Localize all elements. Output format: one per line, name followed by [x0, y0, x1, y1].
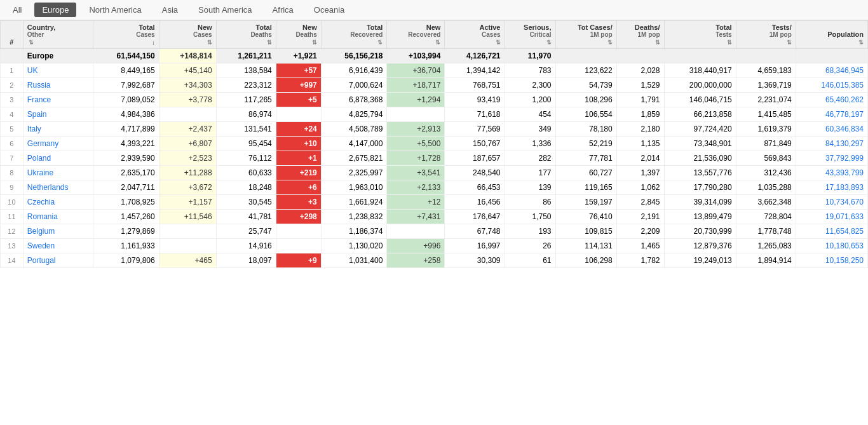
row-num: 9	[1, 180, 24, 195]
table-row: 10 Czechia 1,708,925 +1,157 30,545 +3 1,…	[1, 195, 868, 210]
row-population[interactable]: 46,778,197	[796, 107, 867, 122]
table-row: 7 Poland 2,939,590 +2,523 76,112 +1 2,67…	[1, 151, 868, 166]
col-population[interactable]: Population ⇅	[796, 21, 867, 49]
new-cases-cell	[159, 107, 216, 122]
row-total-recovered: 4,508,789	[321, 122, 387, 137]
col-total-cases[interactable]: Total Cases ↓	[93, 21, 159, 49]
row-population[interactable]: 37,792,999	[796, 151, 867, 166]
new-recovered-cell: +2,913	[387, 122, 445, 137]
row-tot-cases-1m: 106,298	[555, 253, 616, 268]
tab-oceania[interactable]: Oceania	[306, 3, 352, 17]
new-recovered-cell: +5,500	[387, 137, 445, 151]
tab-south-america[interactable]: South America	[191, 3, 260, 17]
row-population[interactable]: 43,393,799	[796, 166, 867, 180]
row-population[interactable]: 84,130,297	[796, 137, 867, 151]
row-country[interactable]: Belgium	[23, 224, 93, 239]
row-total-cases: 2,635,170	[93, 166, 159, 180]
row-num: 8	[1, 166, 24, 180]
tab-europe[interactable]: Europe	[34, 3, 76, 17]
col-new-cases[interactable]: New Cases ⇅	[159, 21, 216, 49]
row-country[interactable]: Spain	[23, 107, 93, 122]
row-country[interactable]: Netherlands	[23, 180, 93, 195]
row-deaths-1m: 2,191	[616, 210, 664, 224]
new-cases-cell: +11,546	[159, 210, 216, 224]
row-country[interactable]: Germany	[23, 137, 93, 151]
new-deaths-cell: +57	[276, 64, 321, 78]
row-serious-critical: 1,200	[505, 93, 555, 107]
row-population[interactable]: 11,654,825	[796, 224, 867, 239]
row-active-cases: 187,657	[445, 151, 505, 166]
col-new-recovered[interactable]: New Recovered ⇅	[387, 21, 445, 49]
region-tot-cases-1m	[555, 49, 616, 64]
row-total-tests: 12,879,376	[664, 239, 736, 253]
col-active-cases[interactable]: Active Cases ⇅	[445, 21, 505, 49]
row-active-cases: 67,748	[445, 224, 505, 239]
col-tests-1m[interactable]: Tests/ 1M pop ⇅	[736, 21, 796, 49]
row-active-cases: 30,309	[445, 253, 505, 268]
tab-africa[interactable]: Africa	[265, 3, 301, 17]
row-total-tests: 146,046,715	[664, 93, 736, 107]
sort-icon-new-cases: ⇅	[207, 39, 212, 46]
row-country[interactable]: Sweden	[23, 239, 93, 253]
row-country[interactable]: UK	[23, 64, 93, 78]
col-serious-critical[interactable]: Serious, Critical ⇅	[505, 21, 555, 49]
row-deaths-1m: 1,465	[616, 239, 664, 253]
col-total-deaths[interactable]: Total Deaths ⇅	[216, 21, 276, 49]
row-deaths-1m: 2,180	[616, 122, 664, 137]
row-total-deaths: 18,097	[216, 253, 276, 268]
tab-asia[interactable]: Asia	[154, 3, 186, 17]
row-population[interactable]: 10,734,670	[796, 195, 867, 210]
row-country[interactable]: France	[23, 93, 93, 107]
row-serious-critical: 2,300	[505, 78, 555, 93]
row-deaths-1m: 1,135	[616, 137, 664, 151]
covid-table: # Country, Other ⇅ Total Cases ↓ New Cas…	[0, 20, 868, 268]
row-country[interactable]: Romania	[23, 210, 93, 224]
row-tests-1m: 728,804	[736, 210, 796, 224]
row-country[interactable]: Ukraine	[23, 166, 93, 180]
row-population[interactable]: 68,346,945	[796, 64, 867, 78]
region-population	[796, 49, 867, 64]
row-population[interactable]: 60,346,834	[796, 122, 867, 137]
new-deaths-cell	[276, 224, 321, 239]
new-cases-cell: +3,672	[159, 180, 216, 195]
row-total-deaths: 14,916	[216, 239, 276, 253]
col-total-tests[interactable]: Total Tests ⇅	[664, 21, 736, 49]
row-country[interactable]: Italy	[23, 122, 93, 137]
new-deaths-cell: +5	[276, 93, 321, 107]
col-new-deaths[interactable]: New Deaths ⇅	[276, 21, 321, 49]
row-deaths-1m: 1,397	[616, 166, 664, 180]
row-total-cases: 2,047,711	[93, 180, 159, 195]
row-population[interactable]: 146,015,385	[796, 78, 867, 93]
row-active-cases: 1,394,142	[445, 64, 505, 78]
row-population[interactable]: 10,180,653	[796, 239, 867, 253]
tab-all[interactable]: All	[5, 3, 29, 17]
sort-icon-active-cases: ⇅	[496, 39, 501, 46]
row-num: 5	[1, 122, 24, 137]
sort-icon-country: ⇅	[29, 39, 34, 46]
row-population[interactable]: 65,460,262	[796, 93, 867, 107]
row-country[interactable]: Russia	[23, 78, 93, 93]
new-deaths-cell	[276, 239, 321, 253]
row-population[interactable]: 19,071,633	[796, 210, 867, 224]
col-total-recovered[interactable]: Total Recovered ⇅	[321, 21, 387, 49]
row-total-recovered: 4,147,000	[321, 137, 387, 151]
row-num: 11	[1, 210, 24, 224]
row-population[interactable]: 17,183,893	[796, 180, 867, 195]
row-tot-cases-1m: 77,781	[555, 151, 616, 166]
row-country[interactable]: Portugal	[23, 253, 93, 268]
row-num: 3	[1, 93, 24, 107]
row-country[interactable]: Poland	[23, 151, 93, 166]
sort-icon-total-recovered: ⇅	[377, 39, 383, 46]
tab-north-america[interactable]: North America	[81, 3, 149, 17]
col-num[interactable]: #	[1, 21, 24, 49]
row-serious-critical: 177	[505, 166, 555, 180]
new-recovered-cell: +3,541	[387, 166, 445, 180]
row-tests-1m: 1,619,379	[736, 122, 796, 137]
row-population[interactable]: 10,158,250	[796, 253, 867, 268]
col-deaths-1m[interactable]: Deaths/ 1M pop ⇅	[616, 21, 664, 49]
row-country[interactable]: Czechia	[23, 195, 93, 210]
row-tot-cases-1m: 109,815	[555, 224, 616, 239]
col-country[interactable]: Country, Other ⇅	[23, 21, 93, 49]
col-tot-cases-1m[interactable]: Tot Cases/ 1M pop ⇅	[555, 21, 616, 49]
row-tot-cases-1m: 76,410	[555, 210, 616, 224]
